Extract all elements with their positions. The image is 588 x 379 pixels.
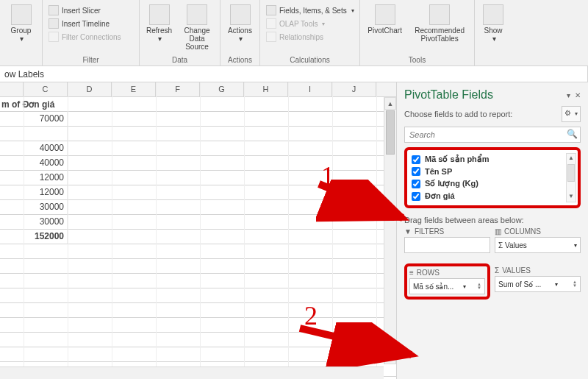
column-header[interactable]: J	[332, 82, 376, 96]
vertical-scrollbar[interactable]: ▲ ▼	[384, 97, 396, 364]
table-row[interactable]	[0, 127, 396, 141]
column-header[interactable]: H	[244, 82, 288, 96]
field-list-item[interactable]: Đơn giá	[409, 190, 576, 202]
table-row[interactable]: 12000	[0, 171, 396, 185]
scroll-down-arrow-icon[interactable]: ▼	[384, 352, 396, 364]
column-header[interactable]: F	[156, 82, 200, 96]
field-checkbox[interactable]	[412, 192, 420, 201]
filters-slot[interactable]	[404, 237, 490, 253]
table-row[interactable]: 40000	[0, 156, 396, 171]
ribbon-caption: Filter	[47, 54, 135, 64]
scroll-up-arrow-icon[interactable]: ▲	[567, 154, 576, 163]
table-row[interactable]	[0, 347, 396, 362]
data-cell[interactable]: 40000	[24, 141, 68, 155]
data-cell[interactable]: 40000	[24, 156, 68, 170]
data-cell[interactable]	[24, 127, 68, 141]
data-cell[interactable]: 12000	[24, 171, 68, 185]
column-header[interactable]: D	[68, 82, 112, 96]
select-all-corner[interactable]	[0, 82, 24, 96]
table-row[interactable]	[0, 318, 396, 333]
columns-slot-value: Σ Values	[498, 241, 527, 249]
drop-areas: ▼FILTERS ≡ROWS Mã số sản...▾▲▼ ▥COLUMNS …	[404, 227, 581, 300]
field-list: Mã số sản phẩmTên SPSố lượng (Kg)Đơn giá	[409, 153, 576, 202]
pane-subtitle: Choose fields to add to report:	[404, 110, 512, 118]
table-row[interactable]: 70000	[0, 112, 396, 127]
table-row[interactable]	[0, 288, 396, 303]
fields-items-sets-button[interactable]: Fields, Items, & Sets▾	[265, 4, 356, 16]
up-down-arrows-icon[interactable]: ▲▼	[477, 283, 481, 290]
pivotchart-button[interactable]: PivotChart	[365, 3, 405, 36]
rows-slot[interactable]: Mã số sản...▾▲▼	[409, 278, 485, 294]
table-row[interactable]	[0, 274, 396, 288]
pivotchart-label: PivotChart	[368, 26, 402, 35]
column-header[interactable]: G	[200, 82, 244, 96]
worksheet[interactable]: CDEFGHIJ m of Đơn giá 700004000040000120…	[0, 82, 397, 379]
ribbon-caption: Tools	[365, 54, 470, 64]
chevron-down-icon: ▾	[158, 35, 162, 43]
column-header[interactable]: E	[112, 82, 156, 96]
group-button[interactable]: Group ▾	[4, 3, 37, 44]
data-cell[interactable]: 30000	[24, 215, 68, 229]
column-header[interactable]: C	[24, 82, 68, 96]
sigma-icon: Σ	[495, 266, 499, 274]
scroll-thumb[interactable]	[567, 164, 575, 182]
table-row[interactable]	[0, 244, 396, 259]
rows-area[interactable]: ≡ROWS Mã số sản...▾▲▼	[409, 269, 485, 294]
column-header[interactable]: I	[288, 82, 332, 96]
close-icon[interactable]: ✕	[575, 91, 581, 99]
gear-button[interactable]: ⚙ ▾	[562, 106, 581, 122]
scroll-thumb[interactable]	[386, 110, 395, 155]
data-source-icon	[187, 4, 207, 25]
chevron-down-icon: ▾	[351, 7, 354, 14]
columns-slot[interactable]: Σ Values▾	[495, 237, 581, 253]
insert-timeline-button[interactable]: Insert Timeline	[47, 18, 123, 29]
show-icon	[483, 4, 503, 25]
table-row[interactable]	[0, 303, 396, 318]
table-row[interactable]: 152000	[0, 230, 396, 244]
insert-slicer-button[interactable]: Insert Slicer	[47, 4, 123, 16]
refresh-button[interactable]: Refresh ▾	[144, 3, 174, 44]
filters-area[interactable]: ▼FILTERS	[404, 227, 490, 253]
up-down-arrows-icon[interactable]: ▲▼	[573, 280, 577, 288]
gridline	[200, 82, 201, 379]
scroll-up-arrow-icon[interactable]: ▲	[384, 97, 396, 110]
recommended-pivottables-button[interactable]: Recommended PivotTables	[409, 3, 470, 44]
rows-label: ROWS	[417, 269, 440, 277]
actions-button[interactable]: Actions ▾	[225, 3, 255, 44]
pane-dropdown-icon[interactable]: ▾	[567, 91, 570, 99]
search-input[interactable]	[404, 127, 581, 143]
data-cell[interactable]: 70000	[24, 112, 68, 126]
table-row[interactable]	[0, 259, 396, 274]
field-list-item[interactable]: Tên SP	[409, 166, 576, 177]
table-row[interactable]	[0, 333, 396, 347]
field-search: 🔍	[404, 127, 581, 143]
scroll-down-arrow-icon[interactable]: ▼	[567, 192, 576, 202]
field-checkbox[interactable]	[412, 167, 420, 176]
table-row[interactable]: 30000	[0, 215, 396, 230]
formula-input[interactable]	[0, 66, 588, 82]
values-slot[interactable]: Sum of Số ...▾▲▼	[495, 276, 581, 292]
data-cell[interactable]: 12000	[24, 185, 68, 199]
change-data-source-button[interactable]: Change Data Source	[179, 3, 215, 52]
change-data-source-label: Change Data Source	[180, 26, 214, 51]
field-list-scrollbar[interactable]: ▲ ▼	[566, 153, 576, 202]
table-row[interactable]: 30000	[0, 200, 396, 215]
field-list-item[interactable]: Số lượng (Kg)	[409, 177, 576, 190]
fields-items-sets-label: Fields, Items, & Sets	[279, 7, 347, 15]
horizontal-scrollbar[interactable]	[0, 366, 384, 379]
show-button[interactable]: Show ▾	[479, 3, 507, 44]
columns-area[interactable]: ▥COLUMNS Σ Values▾	[495, 227, 581, 253]
table-row[interactable]: 12000	[0, 185, 396, 200]
gridline	[332, 82, 333, 379]
data-cell[interactable]: 152000	[24, 230, 68, 244]
data-cell[interactable]: 30000	[24, 200, 68, 214]
chevron-down-icon: ▾	[555, 281, 558, 288]
field-checkbox[interactable]	[412, 155, 420, 164]
columns-label: COLUMNS	[504, 227, 541, 235]
filter-connections-button: Filter Connections	[47, 31, 123, 43]
pane-title: PivotTable Fields	[404, 88, 493, 102]
values-area[interactable]: ΣVALUES Sum of Số ...▾▲▼	[495, 266, 581, 292]
table-row[interactable]: 40000	[0, 141, 396, 156]
field-list-item[interactable]: Mã số sản phẩm	[409, 153, 576, 166]
field-checkbox[interactable]	[412, 180, 420, 188]
